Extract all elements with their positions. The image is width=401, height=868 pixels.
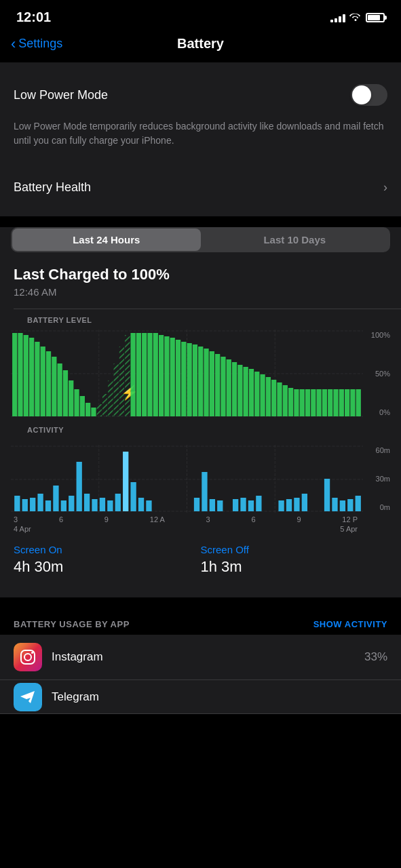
section-gap-4 — [0, 597, 401, 608]
page-title: Battery — [177, 36, 224, 52]
telegram-app-icon — [14, 683, 42, 711]
svg-rect-14 — [58, 363, 62, 416]
svg-rect-69 — [356, 389, 361, 416]
battery-level-chart: ⚡ — [11, 330, 390, 418]
low-power-mode-card: Low Power Mode Low Power Mode temporaril… — [0, 73, 401, 159]
svg-rect-41 — [198, 347, 203, 416]
svg-rect-13 — [52, 357, 56, 416]
svg-rect-66 — [339, 389, 344, 416]
charge-title: Last Charged to 100% — [14, 266, 387, 283]
svg-rect-38 — [181, 342, 186, 416]
svg-rect-76 — [14, 496, 20, 511]
time-tab-switcher[interactable]: Last 24 Hours Last 10 Days — [11, 227, 390, 252]
svg-rect-61 — [311, 389, 316, 416]
signal-bars-icon — [330, 13, 345, 22]
toggle-thumb — [352, 85, 371, 104]
app-name-telegram: Telegram — [52, 690, 387, 704]
svg-rect-43 — [210, 351, 214, 416]
svg-rect-110 — [356, 496, 361, 511]
svg-rect-30 — [136, 333, 141, 416]
x-axis-hours: 3 6 9 12 A 3 6 9 12 P — [0, 513, 371, 524]
svg-rect-104 — [294, 498, 299, 511]
battery-health-row[interactable]: Battery Health › — [0, 170, 401, 205]
screen-on-col: Screen On 4h 30m — [14, 544, 201, 576]
svg-rect-81 — [53, 486, 58, 511]
status-icons — [330, 12, 385, 23]
show-activity-button[interactable]: SHOW ACTIVITY — [313, 619, 387, 629]
svg-rect-80 — [45, 500, 51, 511]
svg-rect-87 — [100, 498, 105, 511]
svg-rect-32 — [147, 333, 152, 416]
svg-rect-68 — [350, 389, 355, 416]
tab-10-days[interactable]: Last 10 Days — [201, 229, 389, 251]
battery-health-label: Battery Health — [14, 180, 91, 195]
svg-rect-62 — [316, 389, 321, 416]
battery-level-section: BATTERY LEVEL — [0, 309, 401, 330]
list-item[interactable]: Instagram 33% — [0, 635, 401, 680]
signal-bar-4 — [343, 14, 345, 22]
svg-rect-107 — [332, 498, 337, 511]
svg-rect-88 — [107, 500, 113, 511]
low-power-description: Low Power Mode temporarily reduces backg… — [0, 117, 401, 159]
svg-point-113 — [31, 652, 33, 654]
svg-rect-52 — [260, 374, 265, 416]
back-label: Settings — [18, 37, 62, 51]
charge-time: 12:46 AM — [14, 286, 387, 298]
nav-bar: ‹ Settings Battery — [0, 31, 401, 62]
list-item[interactable]: Telegram — [0, 680, 401, 714]
battery-usage-header: BATTERY USAGE BY APP — [14, 619, 130, 629]
svg-rect-18 — [80, 396, 85, 416]
svg-rect-102 — [278, 500, 284, 511]
svg-rect-33 — [153, 333, 158, 416]
svg-rect-6 — [12, 333, 17, 416]
status-time: 12:01 — [16, 9, 51, 25]
svg-rect-96 — [210, 499, 215, 511]
svg-rect-8 — [24, 335, 28, 416]
svg-rect-48 — [237, 365, 242, 416]
svg-rect-57 — [288, 388, 293, 416]
section-gap-1 — [0, 62, 401, 73]
svg-rect-100 — [248, 500, 254, 511]
svg-rect-10 — [35, 342, 39, 416]
app-name-instagram: Instagram — [52, 650, 355, 664]
svg-rect-37 — [176, 340, 180, 416]
svg-rect-12 — [46, 351, 51, 416]
svg-rect-47 — [232, 362, 237, 416]
svg-rect-82 — [61, 500, 66, 511]
svg-rect-49 — [244, 367, 248, 416]
activity-label: ACTIVITY — [14, 426, 387, 438]
svg-rect-24 — [108, 380, 113, 416]
svg-rect-106 — [324, 479, 330, 511]
svg-rect-16 — [69, 380, 73, 416]
svg-rect-103 — [286, 499, 292, 511]
svg-text:⚡: ⚡ — [121, 384, 138, 401]
signal-bar-3 — [339, 16, 341, 22]
date-left: 4 Apr — [14, 525, 31, 533]
svg-rect-94 — [194, 498, 199, 511]
low-power-mode-toggle[interactable] — [351, 84, 387, 106]
svg-rect-15 — [63, 370, 68, 416]
app-percent-instagram: 33% — [364, 650, 387, 664]
screen-on-label: Screen On — [14, 544, 201, 555]
svg-rect-40 — [193, 344, 197, 416]
battery-usage-section: BATTERY USAGE BY APP SHOW ACTIVITY Insta… — [0, 608, 401, 714]
battery-y-labels: 100% 50% 0% — [371, 330, 390, 418]
svg-rect-53 — [266, 377, 271, 416]
tab-24-hours[interactable]: Last 24 Hours — [12, 229, 201, 251]
svg-rect-25 — [114, 363, 119, 416]
signal-bar-1 — [330, 20, 333, 22]
screen-off-col: Screen Off 1h 3m — [201, 544, 388, 576]
low-power-mode-row[interactable]: Low Power Mode — [0, 73, 401, 117]
svg-rect-42 — [204, 349, 208, 416]
svg-rect-9 — [29, 338, 34, 416]
back-button[interactable]: ‹ Settings — [11, 35, 62, 53]
svg-rect-91 — [130, 482, 136, 511]
wifi-icon — [349, 12, 362, 23]
chevron-right-icon: › — [383, 180, 387, 195]
svg-rect-101 — [256, 496, 261, 511]
svg-rect-55 — [277, 382, 282, 416]
svg-rect-58 — [294, 389, 299, 416]
svg-rect-34 — [159, 335, 164, 416]
svg-rect-78 — [30, 498, 35, 511]
battery-chart-svg: ⚡ — [11, 330, 363, 418]
